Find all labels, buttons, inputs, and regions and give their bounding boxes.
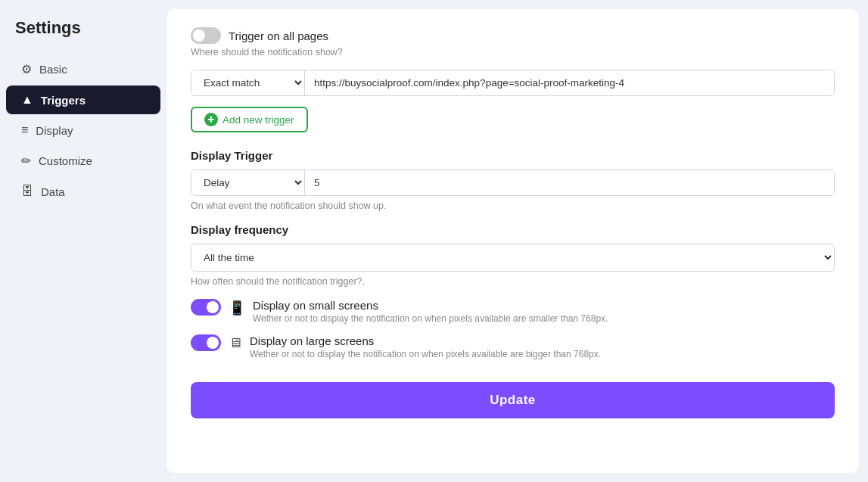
trigger-all-pages-toggle[interactable] xyxy=(191,27,221,44)
display-frequency-label: Display frequency xyxy=(191,223,835,236)
sidebar-item-label: Triggers xyxy=(41,94,86,107)
sidebar-item-label: Display xyxy=(36,124,73,137)
small-screens-slider xyxy=(191,299,221,316)
add-trigger-button[interactable]: + Add new trigger xyxy=(191,107,308,132)
mobile-icon: 📱 xyxy=(229,300,245,316)
frequency-select[interactable]: All the time Once per session Once per d… xyxy=(191,244,835,272)
customize-icon: ✏ xyxy=(21,154,31,168)
display-frequency-section: Display frequency All the time Once per … xyxy=(191,223,835,287)
trigger-all-pages-subtext: Where should the notification show? xyxy=(191,47,835,58)
sidebar-item-display[interactable]: ≡ Display xyxy=(6,116,160,145)
sidebar-item-label: Data xyxy=(41,185,65,198)
sidebar-item-basic[interactable]: ⚙ Basic xyxy=(6,54,160,84)
plus-circle-icon: + xyxy=(204,113,218,126)
small-screens-info: Display on small screens Wether or not t… xyxy=(253,299,608,324)
trigger-all-pages-label: Trigger on all pages xyxy=(229,30,328,42)
delay-value-input[interactable] xyxy=(305,170,834,195)
sidebar-item-customize[interactable]: ✏ Customize xyxy=(6,146,160,176)
trigger-all-pages-row: Trigger on all pages xyxy=(191,27,835,44)
sidebar-item-label: Customize xyxy=(39,154,92,167)
delay-type-select[interactable]: Delay Scroll Exit Intent Click xyxy=(191,170,305,195)
desktop-icon: 🖥 xyxy=(229,335,242,351)
sidebar-item-triggers[interactable]: ▲ Triggers xyxy=(6,86,160,114)
small-screens-toggle[interactable] xyxy=(191,299,221,316)
trigger-all-pages-section: Trigger on all pages Where should the no… xyxy=(191,27,835,58)
triggers-icon: ▲ xyxy=(21,93,33,107)
large-screens-desc: Wether or not to display the notificatio… xyxy=(250,349,601,359)
main-content: Trigger on all pages Where should the no… xyxy=(166,9,859,473)
url-match-select[interactable]: Exact match Contains Starts with Ends wi… xyxy=(191,70,305,95)
large-screens-toggle[interactable] xyxy=(191,334,221,351)
gear-icon: ⚙ xyxy=(21,62,32,76)
display-trigger-subtext: On what event the notification should sh… xyxy=(191,201,835,211)
sidebar-item-data[interactable]: 🗄 Data xyxy=(6,177,160,206)
add-trigger-label: Add new trigger xyxy=(222,114,294,126)
large-screens-title: Display on large screens xyxy=(250,334,601,347)
large-screens-info: Display on large screens Wether or not t… xyxy=(250,334,601,359)
display-trigger-label: Display Trigger xyxy=(191,149,835,162)
large-screens-row: 🖥 Display on large screens Wether or not… xyxy=(191,334,835,359)
small-screens-row: 📱 Display on small screens Wether or not… xyxy=(191,299,835,324)
toggle-slider xyxy=(191,27,221,44)
delay-row: Delay Scroll Exit Intent Click xyxy=(191,169,835,196)
page-title: Settings xyxy=(0,18,166,53)
small-screens-title: Display on small screens xyxy=(253,299,608,312)
sidebar-item-label: Basic xyxy=(39,63,67,76)
display-trigger-section: Display Trigger Delay Scroll Exit Intent… xyxy=(191,149,835,211)
sidebar: Settings ⚙ Basic ▲ Triggers ≡ Display ✏ … xyxy=(0,0,166,482)
large-screens-slider xyxy=(191,334,221,351)
update-button[interactable]: Update xyxy=(191,382,835,418)
data-icon: 🗄 xyxy=(21,185,33,198)
url-input[interactable] xyxy=(305,70,834,95)
url-row: Exact match Contains Starts with Ends wi… xyxy=(191,70,835,96)
display-icon: ≡ xyxy=(21,123,28,137)
small-screens-desc: Wether or not to display the notificatio… xyxy=(253,313,608,324)
frequency-subtext: How often should the notification trigge… xyxy=(191,276,835,287)
